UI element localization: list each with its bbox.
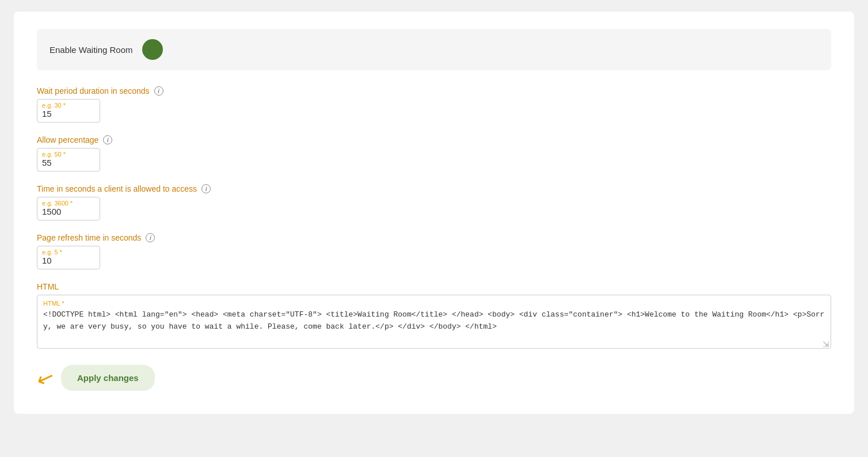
enable-waiting-room-toggle[interactable] (142, 39, 163, 60)
allow-percentage-section: Allow percentage i e.g. 50 * 55 (37, 135, 831, 172)
time-allowed-label-row: Time in seconds a client is allowed to a… (37, 184, 831, 193)
html-placeholder: HTML * (43, 300, 825, 307)
page-refresh-value: 10 (42, 256, 95, 265)
html-section: HTML HTML * <!DOCTYPE html> <html lang="… (37, 282, 831, 349)
apply-changes-section: ↙ Apply changes (37, 365, 831, 391)
page-refresh-section: Page refresh time in seconds i e.g. 5 * … (37, 233, 831, 269)
html-textarea-container[interactable]: HTML * <!DOCTYPE html> <html lang="en"> … (37, 295, 831, 349)
resize-handle-icon[interactable]: ⇲ (823, 340, 828, 346)
page-refresh-info-icon[interactable]: i (146, 233, 155, 242)
allow-percentage-value: 55 (42, 158, 95, 167)
wait-period-input-box[interactable]: e.g. 30 * 15 (37, 99, 100, 123)
time-allowed-section: Time in seconds a client is allowed to a… (37, 184, 831, 220)
enable-waiting-room-bar: Enable Waiting Room (37, 29, 831, 70)
page-refresh-label-row: Page refresh time in seconds i (37, 233, 831, 242)
html-label: HTML (37, 282, 831, 291)
allow-percentage-placeholder: e.g. 50 * (42, 151, 95, 158)
wait-period-label: Wait period duration in seconds (37, 86, 150, 96)
wait-period-info-icon[interactable]: i (154, 86, 163, 96)
wait-period-placeholder: e.g. 30 * (42, 102, 95, 109)
page-refresh-placeholder: e.g. 5 * (42, 249, 95, 256)
page-refresh-label: Page refresh time in seconds (37, 233, 141, 242)
page-refresh-input-box[interactable]: e.g. 5 * 10 (37, 246, 100, 269)
wait-period-label-row: Wait period duration in seconds i (37, 86, 831, 96)
wait-period-value: 15 (42, 109, 95, 119)
allow-percentage-label-row: Allow percentage i (37, 135, 831, 144)
wait-period-section: Wait period duration in seconds i e.g. 3… (37, 86, 831, 123)
enable-waiting-room-label: Enable Waiting Room (50, 45, 133, 55)
time-allowed-placeholder: e.g. 3600 * (42, 200, 95, 207)
page-container: Enable Waiting Room Wait period duration… (14, 12, 854, 414)
time-allowed-input-box[interactable]: e.g. 3600 * 1500 (37, 197, 100, 220)
apply-changes-button[interactable]: Apply changes (61, 365, 155, 391)
allow-percentage-input-box[interactable]: e.g. 50 * 55 (37, 148, 100, 172)
allow-percentage-info-icon[interactable]: i (103, 135, 112, 144)
time-allowed-value: 1500 (42, 207, 95, 216)
allow-percentage-label: Allow percentage (37, 135, 98, 144)
time-allowed-info-icon[interactable]: i (201, 184, 211, 193)
html-content: <!DOCTYPE html> <html lang="en"> <head> … (43, 309, 825, 344)
arrow-icon: ↙ (34, 365, 58, 390)
time-allowed-label: Time in seconds a client is allowed to a… (37, 184, 197, 193)
